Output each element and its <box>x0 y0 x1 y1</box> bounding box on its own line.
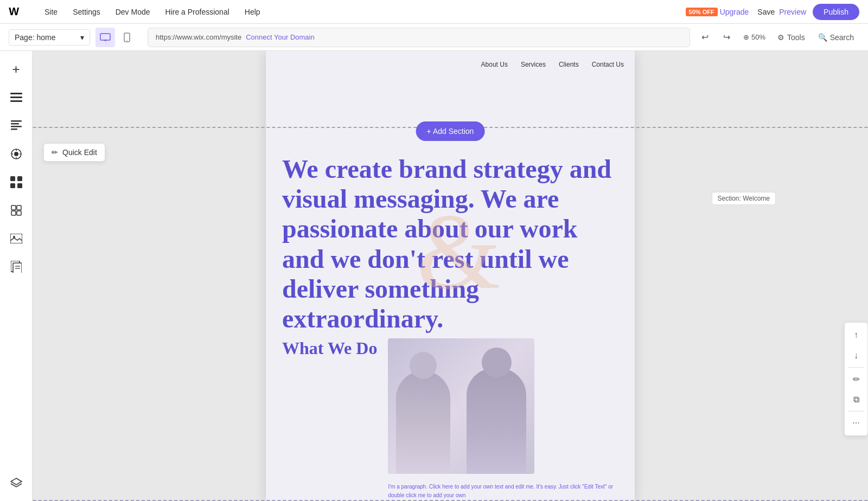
svg-text:W: W <box>9 7 19 17</box>
hero-text[interactable]: We create brand strategy and visual mess… <box>282 154 618 333</box>
svg-rect-11 <box>11 126 22 127</box>
svg-rect-12 <box>11 129 17 130</box>
svg-rect-7 <box>10 97 22 98</box>
sidebar-menu-icon[interactable] <box>4 86 28 110</box>
search-label: Search <box>830 33 854 42</box>
search-icon: 🔍 <box>818 33 827 42</box>
add-section-bar: + Add Section <box>416 121 485 141</box>
person-left-figure <box>396 371 450 474</box>
tools-label: Tools <box>787 33 805 42</box>
quick-edit-label: Quick Edit <box>62 148 97 157</box>
svg-rect-8 <box>10 100 22 102</box>
undo-button[interactable]: ↩ <box>695 28 715 47</box>
svg-rect-30 <box>13 263 22 273</box>
svg-rect-27 <box>10 234 22 243</box>
sidebar-text-icon[interactable] <box>4 114 28 138</box>
duplicate-button[interactable]: ⧉ <box>845 389 867 410</box>
top-nav-bar: W Site Settings Dev Mode Hire a Professi… <box>0 0 868 24</box>
dev-mode-menu[interactable]: Dev Mode <box>108 0 158 24</box>
edit-button[interactable]: ✏ <box>845 369 867 389</box>
svg-rect-6 <box>10 93 22 94</box>
what-we-do-title: What We Do <box>282 338 377 358</box>
add-element-button[interactable]: + <box>4 57 28 81</box>
quick-edit-popup[interactable]: ✏ Quick Edit <box>43 143 105 162</box>
svg-rect-22 <box>17 183 22 188</box>
zoom-level: 50% <box>751 33 765 41</box>
site-menu[interactable]: Site <box>37 0 65 24</box>
second-bar: Page: home ▾ https://www.wix.com/mysite … <box>0 24 868 51</box>
svg-rect-26 <box>17 211 21 215</box>
section-label: Section: Welcome <box>712 192 776 205</box>
sidebar-pages-icon[interactable] <box>4 255 28 279</box>
page-selector[interactable]: Page: home ▾ <box>9 29 90 46</box>
settings-menu[interactable]: Settings <box>65 0 108 24</box>
svg-rect-1 <box>100 34 110 40</box>
site-nav-contact[interactable]: Contact Us <box>592 61 624 68</box>
wix-logo: W <box>9 2 28 22</box>
tools-button[interactable]: ⚙ Tools <box>772 33 810 42</box>
site-nav-services[interactable]: Services <box>521 61 546 68</box>
tools-icon: ⚙ <box>777 33 784 42</box>
site-nav-clients[interactable]: Clients <box>559 61 579 68</box>
site-nav-about[interactable]: About Us <box>481 61 508 68</box>
svg-point-5 <box>126 40 127 41</box>
sidebar-apps-icon[interactable] <box>4 170 28 194</box>
svg-marker-33 <box>11 478 22 485</box>
website-preview[interactable]: About Us Services Clients Contact Us & W… <box>266 51 635 501</box>
redo-button[interactable]: ↪ <box>717 28 737 47</box>
svg-rect-21 <box>10 183 15 188</box>
chevron-down-icon: ▾ <box>80 33 84 42</box>
svg-rect-19 <box>10 176 15 181</box>
mobile-device-button[interactable] <box>117 28 137 47</box>
publish-button[interactable]: Publish <box>813 4 859 20</box>
svg-rect-10 <box>11 123 19 125</box>
svg-rect-25 <box>11 211 16 215</box>
quick-edit-icon: ✏ <box>52 148 58 157</box>
url-bar: https://www.wix.com/mysite Connect Your … <box>148 28 690 47</box>
move-up-button[interactable]: ↑ <box>845 325 867 345</box>
upgrade-badge: 50% OFF <box>686 8 718 16</box>
what-we-do-image[interactable] <box>388 338 534 474</box>
connect-domain-link[interactable]: Connect Your Domain <box>246 33 314 41</box>
svg-rect-24 <box>17 205 21 210</box>
sidebar-plugins-icon[interactable] <box>4 198 28 222</box>
sidebar-layers-icon[interactable] <box>4 471 28 494</box>
site-navigation: About Us Services Clients Contact Us <box>266 51 635 78</box>
person-right-figure <box>467 368 526 474</box>
what-we-do-section: What We Do I'm a paragraph. Click here t… <box>282 338 618 500</box>
add-section-button[interactable]: + Add Section <box>416 121 485 141</box>
more-options-button[interactable]: ··· <box>845 413 867 433</box>
zoom-icon: ⊕ <box>743 33 749 41</box>
upgrade-button[interactable]: Upgrade <box>720 8 749 16</box>
right-toolbar: ↑ ↓ ✏ ⧉ ··· <box>844 322 868 436</box>
toolbar-divider <box>848 367 864 368</box>
svg-rect-9 <box>11 120 22 122</box>
url-text: https://www.wix.com/mysite <box>156 33 241 41</box>
what-we-do-paragraph[interactable]: I'm a paragraph. Click here to add your … <box>388 483 618 500</box>
page-label: Page: home <box>15 33 56 42</box>
desktop-device-button[interactable] <box>95 28 115 47</box>
main-layout: + <box>0 51 868 501</box>
sidebar-theme-icon[interactable] <box>4 142 28 166</box>
save-button[interactable]: Save <box>757 8 775 16</box>
canvas-area: About Us Services Clients Contact Us & W… <box>33 51 868 501</box>
device-buttons <box>95 28 137 47</box>
search-button[interactable]: 🔍 Search <box>813 33 859 42</box>
svg-rect-23 <box>11 205 16 210</box>
toolbar-divider-2 <box>848 411 864 412</box>
left-sidebar: + <box>0 51 33 501</box>
bar-actions: ↩ ↪ ⊕ 50% ⚙ Tools 🔍 Search <box>695 28 859 47</box>
svg-point-14 <box>14 152 18 156</box>
preview-button[interactable]: Preview <box>779 8 806 16</box>
svg-rect-20 <box>17 176 22 181</box>
help-menu[interactable]: Help <box>237 0 268 24</box>
hire-professional-menu[interactable]: Hire a Professional <box>158 0 237 24</box>
move-down-button[interactable]: ↓ <box>845 345 867 366</box>
sidebar-media-icon[interactable] <box>4 227 28 251</box>
zoom-control[interactable]: ⊕ 50% <box>739 33 770 41</box>
